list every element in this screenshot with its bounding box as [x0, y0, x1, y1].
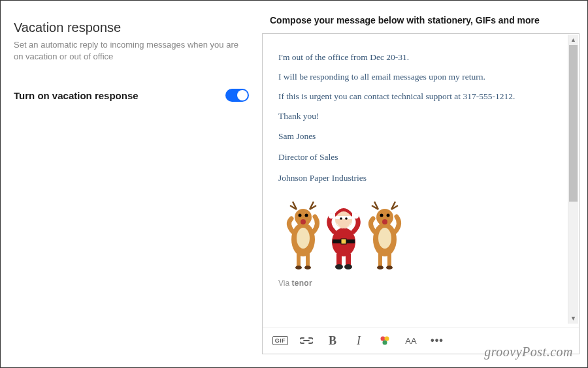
section-description: Set an automatic reply to incoming messa…: [14, 39, 249, 63]
svg-point-25: [378, 228, 391, 249]
svg-point-5: [305, 213, 308, 217]
svg-point-22: [329, 213, 334, 219]
svg-point-29: [387, 213, 390, 217]
message-line: Thank you!: [278, 111, 563, 121]
svg-point-4: [299, 213, 302, 217]
editor-toolbar: GIF B I: [263, 327, 579, 354]
svg-point-32: [377, 266, 384, 269]
svg-point-16: [340, 217, 342, 220]
svg-rect-12: [341, 239, 346, 244]
svg-point-8: [295, 266, 302, 269]
compose-panel: Compose your message below with statione…: [262, 1, 587, 367]
bold-button[interactable]: B: [325, 334, 340, 347]
scroll-up-arrow-icon[interactable]: ▲: [568, 35, 578, 45]
message-line: I'm out of the office from Dec 20-31.: [278, 52, 563, 63]
settings-left-panel: Vacation response Set an automatic reply…: [1, 1, 262, 367]
svg-point-36: [383, 341, 387, 345]
message-line: I will be responding to all email messag…: [278, 72, 563, 82]
svg-point-34: [381, 337, 385, 341]
more-options-button[interactable]: •••: [430, 334, 444, 347]
color-picker-icon[interactable]: [378, 334, 392, 347]
svg-point-17: [345, 217, 348, 220]
svg-rect-14: [335, 216, 352, 219]
vacation-toggle-row: Turn on vacation response: [14, 89, 249, 102]
signature-company: Johnson Paper Industries: [278, 172, 563, 184]
text-size-button[interactable]: AA: [404, 334, 418, 347]
svg-point-35: [385, 337, 389, 341]
santa-reindeer-gif[interactable]: [278, 194, 409, 272]
svg-point-27: [382, 219, 387, 224]
svg-point-15: [351, 207, 356, 212]
svg-point-9: [304, 266, 311, 269]
svg-point-3: [301, 219, 306, 224]
message-textarea[interactable]: I'm out of the office from Dec 20-31. I …: [263, 34, 579, 327]
signature-block: Sam Jones Director of Sales Johnson Pape…: [278, 130, 563, 185]
section-title: Vacation response: [14, 20, 249, 35]
signature-title: Director of Sales: [278, 151, 563, 163]
svg-point-33: [386, 266, 393, 269]
svg-rect-30: [378, 254, 382, 267]
link-icon[interactable]: [299, 334, 314, 347]
scrollbar-thumb[interactable]: [569, 45, 578, 202]
svg-point-1: [297, 228, 310, 249]
message-editor: I'm out of the office from Dec 20-31. I …: [262, 33, 580, 354]
gif-attribution: Via tenor: [278, 279, 563, 288]
message-line: If this is urgent you can contact techni…: [278, 91, 563, 102]
signature-name: Sam Jones: [278, 130, 563, 142]
svg-rect-6: [297, 254, 301, 267]
scroll-down-arrow-icon[interactable]: ▼: [568, 313, 578, 324]
editor-scrollbar[interactable]: ▲ ▼: [568, 35, 578, 324]
vacation-response-toggle[interactable]: [225, 89, 249, 102]
svg-point-21: [344, 264, 352, 269]
svg-rect-19: [346, 254, 351, 266]
svg-point-20: [335, 264, 343, 269]
svg-rect-18: [336, 254, 342, 266]
italic-button[interactable]: I: [351, 334, 366, 347]
svg-point-28: [380, 213, 384, 217]
compose-heading: Compose your message below with statione…: [262, 15, 580, 25]
svg-point-23: [353, 213, 359, 219]
gif-button[interactable]: GIF: [273, 334, 287, 347]
toggle-label: Turn on vacation response: [14, 90, 139, 101]
svg-rect-7: [306, 254, 310, 267]
svg-rect-31: [387, 254, 391, 267]
